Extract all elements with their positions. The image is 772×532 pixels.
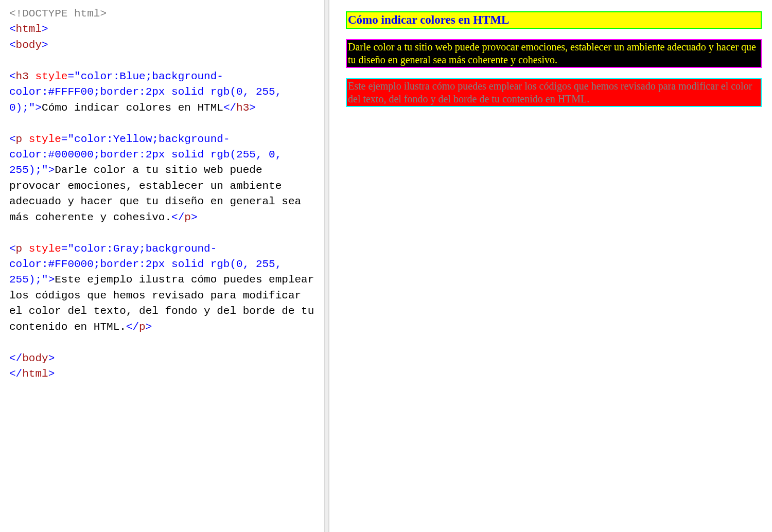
rendered-paragraph-1: Darle color a tu sitio web puede provoca…	[346, 39, 762, 68]
code-token	[29, 70, 36, 82]
code-token: <	[9, 70, 16, 82]
code-token: >	[48, 352, 55, 364]
code-token: Cómo indicar colores en HTML	[42, 102, 223, 114]
pane-divider[interactable]	[324, 0, 329, 532]
code-token: >	[48, 274, 55, 286]
code-token: <	[126, 321, 133, 333]
code-token: =	[61, 133, 68, 145]
code-token: <	[171, 211, 178, 223]
rendered-heading: Cómo indicar colores en HTML	[346, 11, 762, 29]
code-token: >	[146, 321, 152, 333]
source-code-pane[interactable]: <!DOCTYPE html> <html> <body> <h3 style=…	[0, 0, 324, 532]
code-token: /	[16, 368, 23, 380]
code-token: =	[61, 243, 68, 255]
code-token: <!DOCTYPE html>	[9, 8, 107, 20]
code-token: >	[249, 102, 256, 114]
code-token: <	[9, 23, 16, 35]
code-token: <	[9, 352, 16, 364]
code-token: html	[22, 368, 48, 380]
code-token: >	[48, 368, 55, 380]
code-token: >	[191, 211, 198, 223]
code-token: =	[67, 70, 74, 82]
code-token: p	[139, 321, 146, 333]
pane-divider-handle[interactable]	[325, 0, 328, 532]
code-token: /	[132, 321, 139, 333]
code-token: p	[184, 211, 191, 223]
code-token: style	[35, 70, 67, 82]
code-token: h3	[236, 102, 249, 114]
code-token: >	[48, 164, 55, 176]
preview-pane: Cómo indicar colores en HTML Darle color…	[329, 0, 772, 532]
code-token: /	[178, 211, 185, 223]
code-token: p	[16, 243, 23, 255]
code-token	[22, 133, 29, 145]
code-token: <	[9, 243, 16, 255]
code-token: /	[230, 102, 237, 114]
code-token: >	[35, 102, 42, 114]
app-root: <!DOCTYPE html> <html> <body> <h3 style=…	[0, 0, 772, 532]
code-token: /	[16, 352, 23, 364]
code-token: style	[29, 243, 61, 255]
code-token: >	[42, 23, 48, 35]
code-token: style	[29, 133, 61, 145]
code-token: body	[16, 39, 42, 51]
code-token: <	[9, 39, 16, 51]
code-token: <	[223, 102, 230, 114]
code-token: Este ejemplo ilustra cómo puedes emplear…	[9, 274, 321, 332]
code-token: <	[9, 133, 16, 145]
code-token: p	[16, 133, 23, 145]
code-token: <	[9, 368, 16, 380]
code-token: >	[42, 39, 48, 51]
code-token: h3	[16, 70, 29, 82]
code-token: body	[22, 352, 48, 364]
rendered-paragraph-2: Este ejemplo ilustra cómo puedes emplear…	[346, 78, 762, 107]
code-token	[22, 243, 29, 255]
code-token: html	[16, 23, 42, 35]
